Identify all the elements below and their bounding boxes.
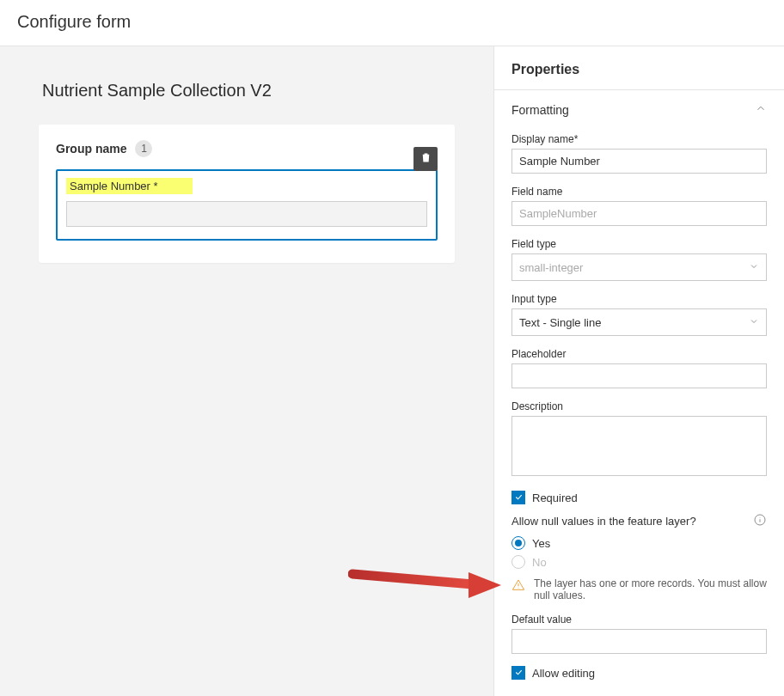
- properties-panel-title: Properties: [494, 46, 784, 90]
- input-type-select[interactable]: Text - Single line: [511, 308, 767, 336]
- allow-null-question: Allow null values in the feature layer?: [511, 515, 696, 528]
- warning-icon: [511, 577, 534, 601]
- field-type-value: small-integer: [519, 261, 583, 274]
- check-icon: [514, 491, 524, 504]
- svg-point-2: [760, 517, 761, 518]
- radio-yes-label: Yes: [532, 537, 550, 550]
- group-field-count: 1: [135, 140, 152, 157]
- placeholder-label: Placeholder: [511, 348, 767, 360]
- null-warning-text: The layer has one or more records. You m…: [534, 577, 767, 601]
- allow-editing-checkbox[interactable]: [511, 666, 525, 680]
- properties-panel: Properties Formatting Display name* Fiel…: [493, 46, 784, 696]
- radio-no: [511, 555, 525, 569]
- display-name-label: Display name*: [511, 133, 767, 145]
- chevron-up-icon: [755, 102, 767, 117]
- selected-field-row[interactable]: Sample Number *: [56, 169, 438, 241]
- display-name-field: Display name*: [511, 133, 767, 174]
- field-name-label: Field name: [511, 186, 767, 198]
- radio-yes[interactable]: [511, 536, 525, 550]
- description-label: Description: [511, 400, 767, 412]
- radio-no-row: No: [511, 555, 767, 569]
- required-checkbox-row[interactable]: Required: [511, 491, 767, 504]
- placeholder-field: Placeholder: [511, 348, 767, 388]
- svg-point-4: [518, 588, 519, 589]
- required-checkbox[interactable]: [511, 491, 525, 504]
- allow-null-question-row: Allow null values in the feature layer?: [511, 513, 767, 529]
- input-type-label: Input type: [511, 293, 767, 305]
- section-header-formatting[interactable]: Formatting: [494, 90, 784, 130]
- required-label: Required: [532, 491, 578, 504]
- field-row-label: Sample Number *: [66, 178, 193, 194]
- group-header: Group name 1: [56, 140, 438, 157]
- null-warning-row: The layer has one or more records. You m…: [511, 577, 767, 601]
- field-row-input-preview: [66, 201, 427, 227]
- allow-editing-label: Allow editing: [532, 667, 595, 680]
- delete-field-button[interactable]: [413, 147, 438, 171]
- input-type-field: Input type Text - Single line: [511, 293, 767, 336]
- field-type-select: small-integer: [511, 253, 767, 281]
- default-value-input[interactable]: [511, 629, 767, 654]
- chevron-down-icon: [749, 316, 759, 329]
- group-name-label: Group name: [56, 142, 126, 156]
- input-type-value: Text - Single line: [519, 316, 601, 329]
- page-title: Configure form: [17, 12, 767, 32]
- check-icon: [514, 667, 524, 680]
- workspace: Nutrient Sample Collection V2 Group name…: [0, 46, 784, 696]
- field-type-field: Field type small-integer: [511, 238, 767, 281]
- trash-icon: [420, 151, 432, 167]
- description-input[interactable]: [511, 416, 767, 476]
- description-field: Description: [511, 400, 767, 479]
- field-type-label: Field type: [511, 238, 767, 250]
- section-body-formatting: Display name* Field name Field type smal…: [494, 130, 784, 680]
- field-name-field: Field name: [511, 186, 767, 226]
- radio-no-label: No: [532, 556, 547, 569]
- radio-yes-row[interactable]: Yes: [511, 536, 767, 550]
- allow-editing-row[interactable]: Allow editing: [511, 666, 767, 680]
- section-title: Formatting: [511, 103, 569, 117]
- placeholder-input[interactable]: [511, 363, 767, 388]
- form-title: Nutrient Sample Collection V2: [42, 81, 455, 101]
- default-value-label: Default value: [511, 614, 767, 626]
- info-icon[interactable]: [753, 513, 767, 529]
- chevron-down-icon: [749, 261, 759, 274]
- form-canvas: Nutrient Sample Collection V2 Group name…: [0, 46, 493, 696]
- page-header: Configure form: [0, 0, 784, 46]
- default-value-field: Default value: [511, 614, 767, 654]
- field-name-input: [511, 201, 767, 226]
- display-name-input[interactable]: [511, 149, 767, 174]
- form-group-card[interactable]: Group name 1 Sample Number *: [39, 125, 455, 263]
